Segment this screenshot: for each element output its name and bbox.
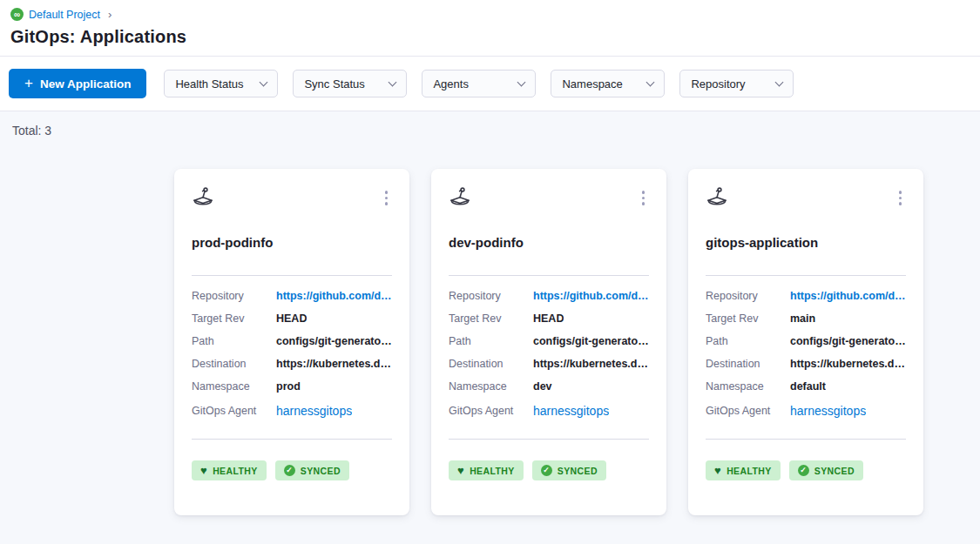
destination-row: Destination https://kubernetes.d… [192,353,392,375]
target-rev-label: Target Rev [192,312,276,325]
chevron-down-icon [389,77,397,86]
namespace-value: default [790,380,826,393]
card-menu-button[interactable] [896,186,906,210]
toolbar: + New Application Health Status Sync Sta… [0,56,980,111]
card-menu-button[interactable] [639,186,649,210]
sync-status-badge: ✓ SYNCED [532,460,606,480]
path-value: configs/git-generato… [276,335,392,347]
repository-filter[interactable]: Repository [679,70,794,97]
heart-icon: ♥ [714,465,721,476]
path-label: Path [706,335,790,347]
health-status-badge: ♥ HEALTHY [449,460,524,480]
divider [449,439,649,440]
target-rev-label: Target Rev [449,312,533,325]
destination-label: Destination [192,358,276,370]
total-count: Total: 3 [12,124,968,138]
repository-filter-label: Repository [691,77,745,91]
repository-link[interactable]: https://github.com/d… [790,290,906,302]
repository-link[interactable]: https://github.com/d… [533,290,649,302]
sync-status-filter[interactable]: Sync Status [293,70,407,97]
repository-row: Repository https://github.com/d… [449,285,649,307]
gitops-agent-label: GitOps Agent [449,405,533,417]
destination-label: Destination [449,358,533,370]
application-card[interactable]: dev-podinfo Repository https://github.co… [431,169,666,515]
target-rev-row: Target Rev main [706,307,906,330]
gitops-app-icon [192,186,214,209]
namespace-label: Namespace [192,380,276,393]
health-status-filter[interactable]: Health Status [164,70,278,97]
namespace-row: Namespace default [706,375,906,398]
application-cards: prod-podinfo Repository https://github.c… [174,169,968,515]
status-badges: ♥ HEALTHY ✓ SYNCED [449,460,649,480]
target-rev-label: Target Rev [706,312,790,325]
gitops-agent-label: GitOps Agent [706,405,790,417]
card-fields: Repository https://github.com/d… Target … [192,285,392,423]
gitops-agent-link[interactable]: harnessgitops [790,404,866,418]
namespace-label: Namespace [706,380,790,393]
application-card[interactable]: gitops-application Repository https://gi… [688,169,923,515]
health-status-filter-label: Health Status [175,77,243,91]
path-value: configs/git-generato… [790,335,906,347]
target-rev-row: Target Rev HEAD [449,307,649,330]
card-header [706,186,906,210]
gitops-applications-page: ∞ Default Project › GitOps: Applications… [0,0,980,544]
health-status-badge: ♥ HEALTHY [192,460,267,480]
breadcrumb-chevron-icon: › [108,8,112,21]
chevron-down-icon [775,77,784,86]
agents-filter-label: Agents [433,77,468,91]
path-row: Path configs/git-generato… [449,330,649,353]
destination-label: Destination [706,358,790,370]
check-circle-icon: ✓ [541,465,552,476]
breadcrumb-project-link[interactable]: Default Project [29,9,100,21]
namespace-row: Namespace prod [192,375,392,398]
gitops-agent-link[interactable]: harnessgitops [276,404,352,418]
gitops-agent-label: GitOps Agent [192,405,276,417]
health-status-badge: ♥ HEALTHY [706,460,781,480]
repository-row: Repository https://github.com/d… [706,285,906,307]
path-label: Path [449,335,533,347]
sync-status-label: SYNCED [301,466,341,476]
project-icon: ∞ [10,8,24,21]
card-header [192,186,392,210]
health-status-label: HEALTHY [213,466,258,476]
new-application-button[interactable]: + New Application [9,69,146,98]
destination-value: https://kubernetes.d… [276,358,391,370]
check-circle-icon: ✓ [798,465,809,476]
target-rev-value: HEAD [533,312,564,325]
path-label: Path [192,335,276,347]
gitops-agent-row: GitOps Agent harnessgitops [449,399,649,423]
application-name: prod-podinfo [192,235,392,250]
repository-link[interactable]: https://github.com/d… [276,290,392,302]
divider [706,275,906,276]
gitops-app-icon [449,186,471,209]
destination-row: Destination https://kubernetes.d… [706,353,906,375]
page-header: ∞ Default Project › GitOps: Applications [0,0,980,56]
sync-status-filter-label: Sync Status [304,77,364,91]
divider [449,275,649,276]
namespace-label: Namespace [449,380,533,393]
sync-status-label: SYNCED [558,466,598,476]
application-card[interactable]: prod-podinfo Repository https://github.c… [174,169,409,515]
application-name: gitops-application [706,235,906,250]
card-menu-button[interactable] [382,186,392,210]
target-rev-value: main [790,312,815,325]
path-value: configs/git-generato… [533,335,649,347]
gitops-agent-link[interactable]: harnessgitops [533,404,609,418]
repository-label: Repository [706,290,790,302]
namespace-value: dev [533,380,552,393]
agents-filter[interactable]: Agents [422,70,536,97]
namespace-filter[interactable]: Namespace [551,70,665,97]
check-circle-icon: ✓ [284,465,295,476]
heart-icon: ♥ [457,465,464,476]
namespace-value: prod [276,380,301,393]
application-name: dev-podinfo [449,235,649,250]
namespace-filter-label: Namespace [562,77,622,91]
sync-status-label: SYNCED [814,466,855,476]
gitops-agent-row: GitOps Agent harnessgitops [706,399,906,423]
heart-icon: ♥ [200,465,207,476]
applications-list-area: Total: 3 prod-podinfo [0,111,980,544]
divider [192,275,392,276]
new-application-label: New Application [40,77,132,91]
divider [706,439,906,440]
gitops-app-icon [706,186,728,209]
